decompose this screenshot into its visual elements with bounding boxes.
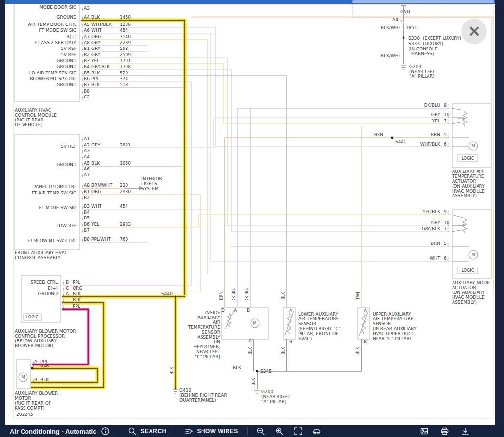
diagram-label: GND <box>400 9 410 14</box>
pin-bracket: ) <box>81 144 83 148</box>
zoom-in-button[interactable] <box>275 427 284 436</box>
splice-dot <box>175 388 177 390</box>
wire <box>82 215 450 227</box>
pin-bracket: ) <box>81 184 83 189</box>
save-button[interactable] <box>461 427 470 436</box>
vehicle-button[interactable] <box>312 427 321 436</box>
pin-bracket: ( <box>447 143 449 147</box>
diagram-label: YEL <box>432 119 440 123</box>
diagram-label: FT AIR TEMP SW SIG <box>32 191 76 195</box>
diagram-label: FT MODE SW SIG <box>39 28 76 33</box>
diagram-label: YEL <box>91 58 99 63</box>
pin-bracket: ) <box>81 96 83 100</box>
pin-bracket: ) <box>81 41 83 46</box>
bottom-toolbar: Air Conditioning - Automatic SEARCH SHOW… <box>0 425 504 437</box>
wire <box>211 209 450 261</box>
diagram-label: FT MODE SW SIG <box>39 205 76 210</box>
diagram-label: LIGHTS <box>141 181 157 186</box>
diagram-label: BLK <box>73 291 81 296</box>
pin-bracket: ) <box>81 155 83 160</box>
close-button[interactable] <box>461 19 487 44</box>
pin-bracket: ) <box>81 65 83 70</box>
inside-aux-air-temp-sensor-box <box>222 308 268 339</box>
diagram-label: A <box>234 308 237 313</box>
diagram-label: A1 <box>84 136 90 141</box>
diagram-canvas[interactable]: MMMM))))))))))))))))))))))))))))))))))))… <box>5 4 495 425</box>
diagram-label: 1798 <box>120 64 131 69</box>
splice-dot <box>403 37 405 39</box>
diagram-label: 2289 <box>120 40 131 45</box>
diagram-label: ASSEMBLY) <box>452 194 477 198</box>
diagram-label: 2930 <box>120 189 131 194</box>
diagram-label: (ON AUXILIARY <box>452 184 485 189</box>
diagram-label: CONTROL PROCESSOR <box>15 334 65 339</box>
diagram-label: 598 <box>120 46 128 51</box>
image-icon <box>420 427 428 436</box>
diagram-label: ACTUATOR <box>452 285 476 290</box>
wiring-diagram: MMMM))))))))))))))))))))))))))))))))))))… <box>5 4 495 425</box>
diagram-label: HVAC UPPER DUCT, <box>373 331 416 336</box>
diagram-label: A4 <box>84 15 90 20</box>
diagram-label: A3 <box>84 6 90 11</box>
diagram-label: BLK <box>40 363 49 368</box>
diagram-label: BLK/WHT <box>381 53 402 58</box>
diagram-label: (EXCEPT LUXURY) <box>423 36 461 41</box>
diagram-label: GROUND <box>56 58 76 63</box>
diagram-label: CLASS 2 SER DATA <box>35 40 77 45</box>
diagram-label: HVAC) <box>298 336 312 341</box>
diagram-label: OF VEHICLE) <box>15 122 43 127</box>
diagram-label: (IN REAR AUXILIARY <box>373 326 417 331</box>
toolbar-divider <box>119 427 119 435</box>
show-wires-label: SHOW WIRES <box>197 428 238 435</box>
pin-bracket: ) <box>81 196 83 201</box>
diagram-label: (IN <box>214 340 220 344</box>
diagram-label: NEAR "C" PILLAR) <box>373 336 411 341</box>
pin-bracket: ) <box>81 190 83 195</box>
pin-bracket: ( <box>447 120 449 124</box>
wire <box>237 108 450 307</box>
diagram-label: B2 <box>84 195 90 200</box>
show-wires-button[interactable]: SHOW WIRES <box>185 427 238 436</box>
pin-bracket: ( <box>447 104 449 109</box>
diagram-label: AIR TEMPERATURE <box>298 316 339 321</box>
motor-label: M <box>253 321 257 326</box>
diagram-label: B1 <box>84 46 90 51</box>
pin-bracket: ) <box>81 211 83 216</box>
diagram-label: 202245 <box>16 412 33 417</box>
diagram-label: 7 <box>444 226 447 231</box>
diagram-label: ACTUATOR <box>452 179 476 184</box>
diagram-label: ASSEMBLY) <box>452 300 477 305</box>
diagram-label: 3140 <box>120 34 131 39</box>
diagram-label: DK/BLU <box>424 103 440 108</box>
search-button[interactable]: SEARCH <box>128 427 166 436</box>
horizontal-scrollbar-thumb[interactable] <box>352 0 494 3</box>
diagram-label: S441 <box>395 139 406 144</box>
diagram-label: C <box>66 286 69 291</box>
motor-label: M <box>22 375 25 380</box>
diagram-label: TEMPERATURE <box>452 174 484 179</box>
zoom-out-button[interactable] <box>256 427 265 436</box>
pin-bracket: ) <box>62 298 64 303</box>
diagram-label: HVAC MODULE <box>452 189 485 194</box>
diagram-label: WHT <box>91 28 102 33</box>
fit-screen-button[interactable] <box>294 427 302 436</box>
diagram-label: 7 <box>444 119 447 123</box>
pin-bracket: ) <box>81 229 83 234</box>
info-icon[interactable] <box>101 427 110 436</box>
diagram-label: SYSTEM <box>141 186 159 191</box>
image-button[interactable] <box>420 427 428 436</box>
diagram-label: YEL <box>91 222 99 227</box>
diagram-title: Air Conditioning - Automatic <box>10 428 96 435</box>
print-button[interactable] <box>440 427 449 436</box>
diagram-label: QUARTERPANEL) <box>179 398 216 403</box>
diagram-label: SPEED CTRL <box>31 280 58 285</box>
diagram-label: B4 <box>84 64 90 69</box>
diagram-label: 2599 <box>120 52 131 57</box>
diagram-label: BRN/WHT <box>91 183 113 188</box>
pin-bracket: ) <box>400 19 402 24</box>
diagram-label: AUXILIARY HVAC <box>15 108 51 113</box>
diagram-label: WHT/BLK <box>91 22 112 27</box>
diagram-label: PANEL LP DIM CTRL <box>33 184 76 189</box>
diagram-label: PPL <box>91 76 99 81</box>
diagram-label: A <box>66 291 69 296</box>
